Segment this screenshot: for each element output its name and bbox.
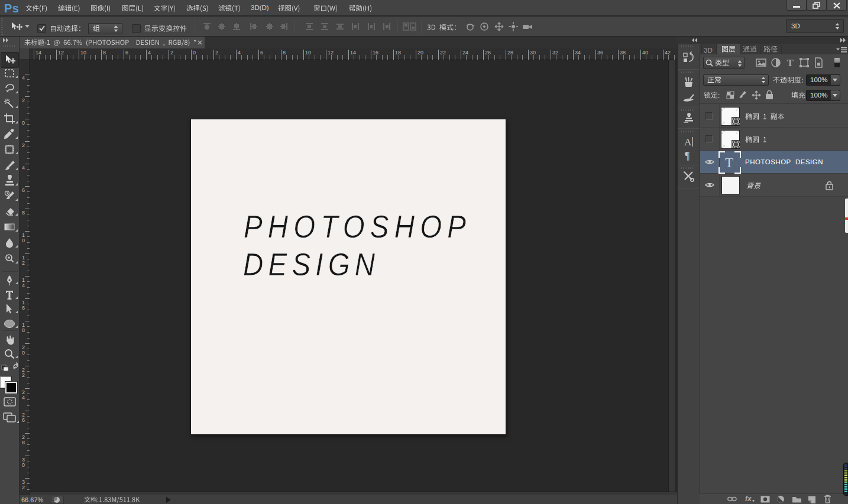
svg-text:T: T — [787, 57, 794, 68]
svg-text:A: A — [684, 136, 692, 148]
svg-text:¶: ¶ — [685, 150, 690, 162]
